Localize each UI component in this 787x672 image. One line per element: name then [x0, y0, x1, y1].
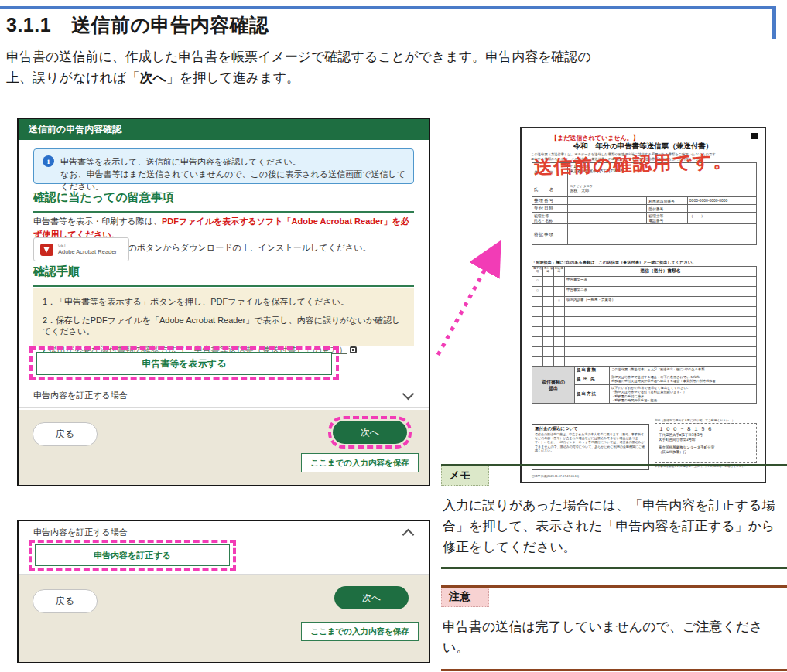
screenshot-correct-section: 申告内容を訂正する場合 申告内容を訂正する 戻る 次へ ここまでの入力内容を保存 — [17, 520, 430, 663]
save-input-button[interactable]: ここまでの入力内容を保存 — [301, 622, 419, 641]
title-top-rule — [0, 6, 775, 9]
caution-text: 申告書の送信は完了していませんので、ご注意ください。 — [443, 616, 787, 658]
section-number: 3.1.1 — [6, 14, 51, 36]
page-title: 3.1.1送信前の申告内容確認 — [6, 12, 269, 38]
screen-footer: 戻る 次へ ここまでの入力内容を保存 — [19, 575, 429, 662]
form-attachment-table: 添付書類の提出 提出書類 この送信票（兼送付書）と上記「別途提出」欄に○印のある… — [532, 366, 757, 404]
adobe-get-label: GET — [58, 244, 117, 247]
back-button[interactable]: 戻る — [33, 422, 98, 446]
caution-bottom-rule — [441, 669, 787, 671]
save-input-button[interactable]: ここまでの入力内容を保存 — [301, 453, 419, 472]
memo-text: 入力に誤りがあった場合には、「申告内容を訂正する場合」を押して、表示された「申告… — [443, 495, 787, 558]
adobe-acrobat-download-button[interactable]: GET Adobe Acrobat Reader — [33, 237, 129, 261]
back-button[interactable]: 戻る — [33, 589, 98, 613]
highlight-correct-button: 申告内容を訂正する — [29, 540, 236, 571]
screenshot-confirm-before-send: 送信前の申告内容確認 i 申告書等を表示して、送信前に申告内容を確認してください… — [17, 118, 430, 486]
form-preview-soshinhyo: 【まだ送信されていません。】 令和 年分の申告書等送信票（兼送付書） この送信票… — [520, 127, 766, 483]
step-2: 2．保存したPDFファイルを「Adobe Acrobat Reader」で表示し… — [43, 315, 405, 336]
display-return-button[interactable]: 申告書等を表示する — [36, 352, 332, 375]
print-registration-mark — [751, 133, 758, 139]
correct-section-toggle[interactable]: 申告内容を訂正する場合 — [33, 390, 414, 401]
mailing-cut-note: 宛先（郵送等で提出する際に切り離してご利用ください。） — [655, 418, 735, 422]
highlight-next-button: 次へ — [328, 416, 412, 449]
screen-footer: 戻る 次へ ここまでの入力内容を保存 — [19, 410, 429, 485]
notes-heading: 確認に当たっての留意事項 — [33, 190, 414, 213]
chevron-up-icon — [402, 529, 415, 541]
caution-top-rule — [441, 585, 787, 588]
info-line1: 申告書等を表示して、送信前に申告内容を確認してください。 — [60, 155, 405, 168]
chevron-down-icon — [402, 388, 415, 401]
steps-box: 1．「申告書等を表示する」ボタンを押し、PDFファイルを保存してください。 2．… — [33, 288, 414, 346]
step-1: 1．「申告書等を表示する」ボタンを押し、PDFファイルを保存してください。 — [43, 296, 405, 307]
next-button[interactable]: 次へ — [333, 421, 407, 444]
divider — [19, 574, 429, 575]
caution-callout: 注意 申告書の送信は完了していませんので、ご注意ください。 — [441, 585, 787, 671]
memo-callout: メモ 入力に誤りがあった場合には、「申告内容を訂正する場合」を押して、表示された… — [441, 464, 787, 569]
form-table-note: 「別途提出」欄に○印のある書類は、この送信票（兼送付書）と一緒に提出してください… — [532, 260, 696, 265]
divider — [19, 407, 429, 408]
highlight-display-button: 申告書等を表示する — [29, 346, 339, 380]
memo-bottom-rule — [441, 567, 787, 569]
correct-section-toggle-open[interactable]: 申告内容を訂正する場合 — [33, 527, 414, 538]
adobe-label: Adobe Acrobat Reader — [58, 249, 117, 255]
pdf-icon — [40, 244, 53, 256]
memo-top-rule — [441, 464, 787, 466]
screen-header: 送信前の申告内容確認 — [19, 119, 429, 140]
help-icon[interactable] — [350, 346, 357, 353]
intro-paragraph: 申告書の送信前に、作成した申告書を帳票イメージで確認することができます。申告内容… — [6, 46, 749, 88]
steps-heading: 確認手順 — [33, 264, 414, 287]
memo-label: メモ — [441, 466, 489, 486]
postal-code: １００－８１５６ — [659, 425, 753, 433]
title-right-rule — [772, 6, 776, 39]
intro-line1: 申告書の送信前に、作成した申告書を帳票イメージで確認することができます。申告内容… — [6, 46, 749, 67]
info-message-box: i 申告書等を表示して、送信前に申告内容を確認してください。 なお、申告書等はま… — [33, 148, 414, 184]
next-button[interactable]: 次へ — [334, 586, 409, 609]
intro-line2: 上、誤りがなければ「次へ」を押して進みます。 — [6, 67, 749, 88]
info-icon: i — [43, 155, 54, 167]
info-line2: なお、申告書等はまだ送信されていませんので、この後に表示される送信画面で送信して… — [60, 168, 405, 193]
refund-box: 還付金の振込について 還付金の振込先口座は、申告された方の本人名義に限ります（屋… — [532, 424, 649, 470]
form-documents-table: 電子送信 添付省略 別途提出 送信（送付）書類名 ○申告書第一表 ○申告書第二表… — [532, 266, 757, 377]
mailing-address-box: １００－８１５６ 千代田区大手町1丁目3番3号 大手町合同庁舎第3号館 東京国税… — [655, 423, 757, 463]
section-title: 送信前の申告内容確認 — [71, 14, 269, 36]
caution-label: 注意 — [441, 588, 489, 607]
correct-return-button[interactable]: 申告内容を訂正する — [35, 544, 230, 566]
